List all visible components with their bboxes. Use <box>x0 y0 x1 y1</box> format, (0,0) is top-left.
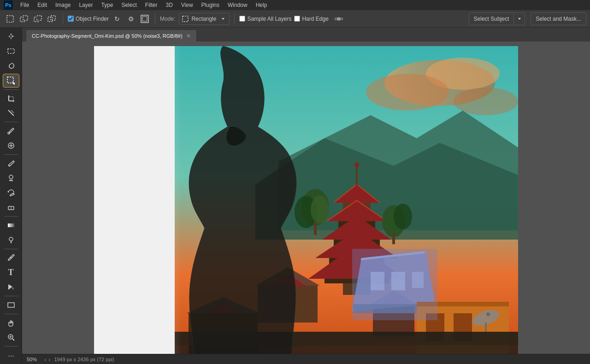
sample-all-layers-checkbox[interactable] <box>239 16 245 22</box>
object-selection-tool-btn[interactable] <box>3 74 19 88</box>
clone-tool-btn[interactable] <box>3 171 19 185</box>
menu-plugins[interactable]: Plugins <box>198 1 223 9</box>
menu-select[interactable]: Select <box>118 1 140 9</box>
select-subject-btn[interactable]: Select Subject <box>469 12 514 25</box>
path-selection-tool-btn[interactable] <box>3 280 19 294</box>
toolbar-divider-7 <box>4 314 18 314</box>
history-brush-tool-btn[interactable] <box>3 186 19 200</box>
add-selection-btn[interactable] <box>18 12 30 25</box>
healing-icon <box>7 141 15 150</box>
canvas-wrapper[interactable] <box>22 41 590 354</box>
move-tool-btn[interactable] <box>3 29 19 43</box>
settings-btn[interactable]: ⚙ <box>125 13 136 24</box>
hard-edge-label: Hard Edge <box>302 16 328 22</box>
menu-type[interactable]: Type <box>97 1 117 9</box>
eraser-tool-btn[interactable] <box>3 200 19 214</box>
hand-tool-btn[interactable] <box>3 316 19 330</box>
zoom-tool-btn[interactable] <box>3 330 19 344</box>
svg-line-24 <box>8 110 14 116</box>
hard-edge-checkbox[interactable] <box>294 16 300 22</box>
object-finder-checkbox[interactable] <box>68 16 74 22</box>
healing-tool-btn[interactable] <box>3 139 19 153</box>
toolbar-divider-1 <box>4 89 18 90</box>
svg-point-50 <box>366 74 449 111</box>
mode-dropdown[interactable]: Rectangle <box>179 13 230 25</box>
select-subject-chevron[interactable] <box>514 12 525 25</box>
menu-edit[interactable]: Edit <box>34 1 51 9</box>
nav-left-icon[interactable]: ‹ <box>44 356 47 363</box>
select-and-mask-label: Select and Mask... <box>536 16 581 22</box>
crop-icon <box>7 94 15 103</box>
path-selection-icon <box>7 283 15 291</box>
menu-view[interactable]: View <box>177 1 197 9</box>
svg-rect-2 <box>23 16 28 20</box>
toolbar-divider-3 <box>4 154 18 155</box>
document-tab[interactable]: CC-Photography-Segment_Omi-Kim.psd @ 50%… <box>26 29 197 41</box>
nav-right-icon[interactable]: › <box>48 356 51 363</box>
tab-close-btn[interactable]: ✕ <box>186 33 191 39</box>
subtract-selection-btn[interactable] <box>31 12 44 25</box>
lasso-icon <box>7 62 15 70</box>
clone-icon <box>7 174 15 182</box>
menu-3d[interactable]: 3D <box>162 1 176 9</box>
chevron-down-icon <box>517 17 522 21</box>
menu-file[interactable]: File <box>17 1 33 9</box>
more-tools-btn[interactable]: ··· <box>3 348 19 362</box>
svg-rect-7 <box>51 16 55 20</box>
options-bar: Object Finder ↻ ⚙ Mode: Rectangle Sample… <box>0 10 590 28</box>
brush-tool-btn[interactable] <box>3 157 19 170</box>
toolbar-divider-5 <box>4 249 18 249</box>
history-brush-icon <box>7 188 15 197</box>
svg-rect-83 <box>94 46 175 354</box>
eraser-icon <box>7 203 15 211</box>
rectangle-shape-tool-btn[interactable] <box>3 298 19 312</box>
canvas[interactable] <box>94 46 518 354</box>
new-selection-btn[interactable] <box>4 12 17 25</box>
lasso-tool-btn[interactable] <box>3 59 19 73</box>
svg-rect-16 <box>8 49 14 53</box>
select-and-mask-btn[interactable]: Select and Mask... <box>531 12 586 25</box>
mode-value: Rectangle <box>191 16 216 22</box>
image-frame-btn[interactable] <box>139 13 150 24</box>
marquee-icon <box>7 47 15 55</box>
svg-rect-10 <box>183 16 188 22</box>
menu-layer[interactable]: Layer <box>75 1 96 9</box>
object-selection-icon <box>6 76 16 85</box>
separator-1 <box>63 13 63 24</box>
svg-line-25 <box>11 110 14 113</box>
object-finder-label: Object Finder <box>76 16 109 22</box>
refresh-btn[interactable]: ↻ <box>112 13 123 24</box>
marquee-tool-btn[interactable] <box>3 44 19 58</box>
svg-marker-14 <box>518 18 521 20</box>
selection-mode-group <box>4 12 58 25</box>
document-info: 1949 px x 2436 px (72 ppi) <box>54 357 114 362</box>
toolbar-divider-2 <box>4 122 18 122</box>
dodge-tool-btn[interactable] <box>3 233 19 247</box>
separator-2 <box>155 13 155 24</box>
rectangle-shape-icon <box>7 301 15 309</box>
text-tool-btn[interactable]: T <box>3 265 19 279</box>
svg-point-58 <box>354 163 359 167</box>
sample-all-layers-group: Sample All Layers <box>239 16 291 22</box>
menu-image[interactable]: Image <box>52 1 74 9</box>
svg-rect-82 <box>352 249 437 320</box>
hard-edge-group: Hard Edge <box>294 16 328 22</box>
svg-rect-68 <box>392 233 395 244</box>
intersect-selection-btn[interactable] <box>45 12 58 25</box>
svg-marker-32 <box>7 191 9 193</box>
pen-tool-btn[interactable] <box>3 251 19 265</box>
svg-marker-40 <box>12 287 14 290</box>
svg-rect-9 <box>142 17 147 21</box>
pen-icon <box>7 253 15 262</box>
menu-help[interactable]: Help <box>252 1 271 9</box>
menu-filter[interactable]: Filter <box>142 1 161 9</box>
wand-icon <box>334 14 343 23</box>
crop-tool-btn[interactable] <box>3 92 19 106</box>
svg-point-38 <box>10 257 12 258</box>
gradient-tool-btn[interactable] <box>3 218 19 232</box>
dodge-icon <box>7 236 15 244</box>
wand-btn[interactable] <box>333 13 344 24</box>
slice-tool-btn[interactable] <box>3 106 19 120</box>
menu-window[interactable]: Window <box>224 1 251 9</box>
eyedropper-tool-btn[interactable] <box>3 124 19 138</box>
